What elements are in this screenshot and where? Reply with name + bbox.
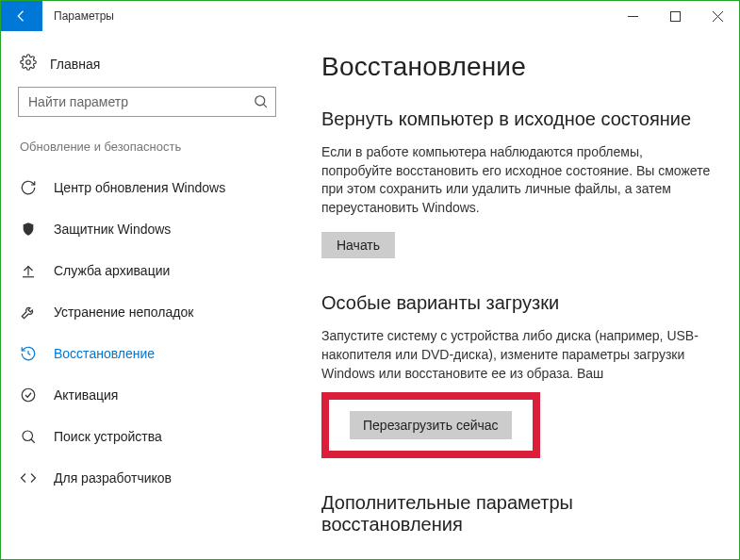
sidebar-section-label: Обновление и безопасность bbox=[18, 140, 276, 154]
gear-icon bbox=[20, 54, 37, 74]
sidebar-item-activation[interactable]: Активация bbox=[18, 374, 276, 416]
sidebar-item-label: Служба архивации bbox=[54, 263, 170, 278]
search-box[interactable] bbox=[18, 87, 276, 117]
svg-line-6 bbox=[263, 104, 267, 107]
more-recovery-heading: Дополнительные параметры восстановления bbox=[321, 492, 713, 535]
sidebar-item-find-device[interactable]: Поиск устройства bbox=[18, 416, 276, 457]
svg-rect-1 bbox=[671, 11, 681, 21]
reset-heading: Вернуть компьютер в исходное состояние bbox=[321, 108, 713, 130]
shield-icon bbox=[20, 222, 37, 237]
sidebar-item-label: Защитник Windows bbox=[54, 222, 171, 237]
back-button[interactable] bbox=[1, 1, 42, 31]
advanced-startup-heading: Особые варианты загрузки bbox=[321, 292, 713, 314]
recovery-icon bbox=[20, 345, 37, 362]
sidebar-home-label: Главная bbox=[50, 57, 100, 72]
svg-point-4 bbox=[26, 60, 31, 65]
upload-icon bbox=[20, 262, 37, 279]
sidebar-item-troubleshoot[interactable]: Устранение неполадок bbox=[18, 291, 276, 333]
sidebar-item-label: Восстановление bbox=[54, 346, 155, 361]
maximize-button[interactable] bbox=[654, 1, 697, 31]
sidebar-item-label: Центр обновления Windows bbox=[54, 180, 225, 195]
sidebar-item-windows-update[interactable]: Центр обновления Windows bbox=[18, 167, 276, 208]
check-circle-icon bbox=[20, 387, 37, 404]
close-button[interactable] bbox=[697, 1, 739, 31]
minimize-button[interactable] bbox=[612, 1, 654, 31]
restart-now-button[interactable]: Перезагрузить сейчас bbox=[350, 411, 512, 439]
svg-point-7 bbox=[22, 388, 35, 402]
sidebar-item-label: Поиск устройства bbox=[54, 429, 162, 444]
sidebar-item-backup[interactable]: Служба архивации bbox=[18, 250, 276, 291]
sidebar-item-developers[interactable]: Для разработчиков bbox=[18, 457, 276, 499]
sidebar-item-defender[interactable]: Защитник Windows bbox=[18, 208, 276, 250]
reset-description: Если в работе компьютера наблюдаются про… bbox=[321, 143, 713, 217]
wrench-icon bbox=[20, 304, 37, 321]
reset-start-button[interactable]: Начать bbox=[321, 232, 395, 258]
page-title: Восстановление bbox=[321, 52, 713, 82]
window-title: Параметры bbox=[42, 1, 125, 31]
sidebar-item-label: Активация bbox=[54, 387, 118, 403]
advanced-startup-description: Запустите систему с устройства либо диск… bbox=[321, 327, 713, 383]
svg-point-5 bbox=[255, 96, 265, 106]
search-icon bbox=[253, 93, 269, 113]
highlight-annotation: Перезагрузить сейчас bbox=[321, 392, 540, 458]
sidebar-item-recovery[interactable]: Восстановление bbox=[18, 333, 276, 374]
search-input[interactable] bbox=[18, 87, 276, 117]
svg-point-8 bbox=[23, 431, 33, 441]
sidebar-item-label: Для разработчиков bbox=[54, 470, 172, 486]
location-icon bbox=[20, 428, 37, 445]
svg-line-9 bbox=[31, 439, 35, 443]
sidebar-home[interactable]: Главная bbox=[18, 48, 276, 87]
sidebar-item-label: Устранение неполадок bbox=[54, 305, 193, 320]
sync-icon bbox=[20, 179, 37, 196]
code-icon bbox=[20, 469, 37, 486]
